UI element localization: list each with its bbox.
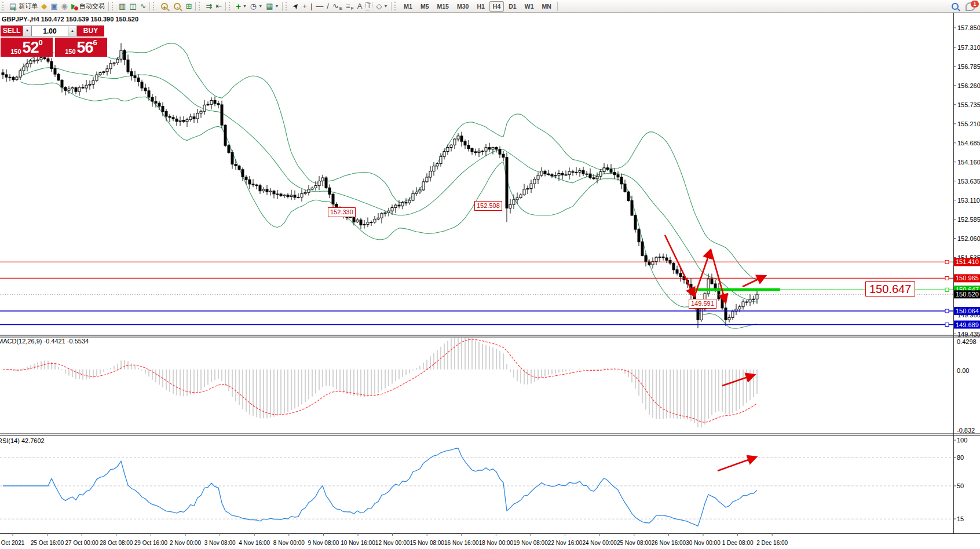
svg-text:150.965: 150.965 (956, 274, 979, 281)
svg-text:26 Nov 16:00: 26 Nov 16:00 (652, 540, 686, 546)
svg-text:9 Nov 08:00: 9 Nov 08:00 (308, 540, 339, 546)
templates-icon[interactable]: ▦▼ (264, 1, 280, 12)
svg-text:25 Oct 16:00: 25 Oct 16:00 (31, 540, 64, 546)
svg-text:0.00: 0.00 (957, 367, 969, 374)
vertical-line-icon[interactable]: | (309, 1, 314, 12)
timeframe-h1[interactable]: H1 (473, 1, 488, 12)
price-callout-149591[interactable]: 149.591 (689, 299, 716, 309)
svg-text:19 Nov 08:00: 19 Nov 08:00 (513, 540, 548, 546)
svg-text:2 Dec 16:00: 2 Dec 16:00 (756, 540, 788, 546)
buy-button[interactable]: BUY (77, 25, 104, 36)
chart-frame (0, 13, 980, 534)
svg-text:149.689: 149.689 (956, 321, 979, 328)
symbol-ohlc-info: GBPJPY-,H4 150.472 150.539 150.390 150.5… (2, 16, 138, 23)
shapes-icon[interactable]: ◇▼ (374, 1, 389, 12)
svg-text:152.060: 152.060 (957, 235, 980, 242)
timeframe-m1[interactable]: M1 (400, 1, 416, 12)
periods-icon[interactable]: ◷▼ (248, 1, 264, 12)
search-icon[interactable] (952, 3, 959, 10)
chat-icon[interactable]: 1 (966, 2, 975, 11)
autotrade-icon[interactable]: ▶自动交易 (70, 1, 107, 12)
rsi-label: RSI(14) 42.7602 (0, 437, 45, 444)
volume-input[interactable] (32, 25, 68, 36)
timeframe-m15[interactable]: M15 (434, 1, 452, 12)
new-order-icon[interactable]: ▤新订单 (8, 1, 39, 12)
zoom-in-icon[interactable]: + (158, 1, 171, 12)
price-callout-152330[interactable]: 152.330 (328, 207, 356, 217)
deposit-icon[interactable]: ◆ (39, 1, 49, 12)
svg-text:29 Oct 16:00: 29 Oct 16:00 (134, 540, 168, 546)
one-click-trade-panel: SELL ▼ ▲ BUY 150520 150566 (1, 25, 107, 57)
svg-text:28 Oct 08:00: 28 Oct 08:00 (100, 540, 133, 546)
notification-badge: 1 (971, 1, 979, 8)
horizontal-line-objects[interactable] (0, 260, 953, 326)
price-axis: 157.850157.310156.785156.260155.735155.2… (953, 24, 980, 522)
svg-text:155.210: 155.210 (957, 120, 980, 127)
main-price-pane (2, 43, 758, 328)
timeframe-h4[interactable]: H4 (489, 1, 504, 12)
svg-text:15 Nov 08:00: 15 Nov 08:00 (409, 540, 444, 546)
svg-text:12 Nov 00:00: 12 Nov 00:00 (375, 540, 410, 546)
horizontal-line-icon[interactable]: — (314, 1, 325, 12)
candlestick-type-icon[interactable]: ◫ (127, 1, 138, 12)
crosshair-icon[interactable]: + (301, 1, 309, 12)
svg-text:157.850: 157.850 (957, 24, 980, 31)
chart-canvas: 157.850157.310156.785156.260155.735155.2… (0, 0, 980, 549)
svg-text:3 Nov 08:00: 3 Nov 08:00 (204, 540, 236, 546)
svg-text:156.785: 156.785 (957, 63, 980, 70)
toolbar: ▤新订单◆▣◉▶自动交易▥◫∿+-⊞⇉⇤+▼◷▼▦▼➤+|—/∿E≡FAT◇▼M… (0, 0, 980, 13)
sell-price-display[interactable]: 150520 (1, 38, 53, 57)
svg-text:18 Nov 00:00: 18 Nov 00:00 (479, 540, 514, 546)
line-chart-type-icon[interactable]: ∿ (138, 1, 148, 12)
text-icon[interactable]: A (356, 1, 364, 12)
timeframe-m5[interactable]: M5 (417, 1, 433, 12)
zoom-out-icon[interactable]: - (171, 1, 184, 12)
svg-text:154.160: 154.160 (957, 159, 980, 166)
cursor-icon[interactable]: ➤ (291, 1, 301, 12)
svg-text:25 Nov 08:00: 25 Nov 08:00 (617, 540, 652, 546)
macd-signal-line (3, 339, 757, 422)
signal-icon[interactable]: ◉ (60, 1, 70, 12)
chart-shift-icon[interactable]: ⇤ (214, 1, 224, 12)
buy-price-display[interactable]: 150566 (55, 38, 107, 57)
trendline-icon[interactable]: / (325, 1, 331, 12)
svg-text:150.520: 150.520 (956, 291, 979, 298)
price-callout-150647[interactable]: 150.647 (865, 281, 915, 297)
timeframe-w1[interactable]: W1 (521, 1, 537, 12)
svg-text:0.4298: 0.4298 (957, 338, 977, 345)
fibonacci-icon[interactable]: ≡F (344, 1, 355, 12)
volume-decrease-button[interactable]: ▼ (23, 25, 32, 36)
svg-text:151.410: 151.410 (956, 258, 979, 265)
timeframe-d1[interactable]: D1 (505, 1, 520, 12)
bollinger-bands[interactable] (20, 43, 757, 328)
svg-text:30 Nov 00:00: 30 Nov 00:00 (686, 540, 721, 546)
svg-text:24 Nov 00:00: 24 Nov 00:00 (582, 540, 617, 546)
svg-text:2 Nov 00:00: 2 Nov 00:00 (170, 540, 201, 546)
svg-text:80: 80 (957, 454, 964, 461)
sell-button[interactable]: SELL (1, 25, 23, 36)
svg-text:4 Nov 16:00: 4 Nov 16:00 (239, 540, 270, 546)
auto-scroll-icon[interactable]: ⇉ (204, 1, 214, 12)
svg-text:27 Oct 00:00: 27 Oct 00:00 (65, 540, 99, 546)
svg-text:156.260: 156.260 (957, 82, 980, 89)
price-callout-152508[interactable]: 152.508 (474, 201, 502, 211)
svg-text:16 Nov 16:00: 16 Nov 16:00 (444, 540, 479, 546)
time-axis: Oct 202125 Oct 16:0027 Oct 00:0028 Oct 0… (1, 533, 788, 546)
macd-pane (3, 338, 757, 427)
label-icon[interactable]: T (364, 1, 374, 12)
channel-icon[interactable]: ∿E (331, 1, 344, 12)
sell-price-figure: 150 (10, 47, 21, 56)
bar-chart-type-icon[interactable]: ▥ (117, 1, 127, 12)
tile-windows-icon[interactable]: ⊞ (184, 1, 193, 12)
chart-window-icon[interactable]: ▣ (49, 1, 59, 12)
svg-text:150.064: 150.064 (956, 308, 979, 314)
buy-price-figure: 150 (65, 47, 75, 56)
timeframe-mn[interactable]: MN (538, 1, 554, 12)
svg-text:153.635: 153.635 (957, 178, 980, 185)
chart-area[interactable]: 157.850157.310156.785156.260155.735155.2… (0, 13, 980, 549)
svg-text:149.435: 149.435 (957, 331, 980, 338)
volume-increase-button[interactable]: ▲ (68, 25, 77, 36)
indicators-icon[interactable]: +▼ (234, 1, 248, 12)
timeframe-m30[interactable]: M30 (454, 1, 472, 12)
rsi-pane (0, 448, 953, 526)
